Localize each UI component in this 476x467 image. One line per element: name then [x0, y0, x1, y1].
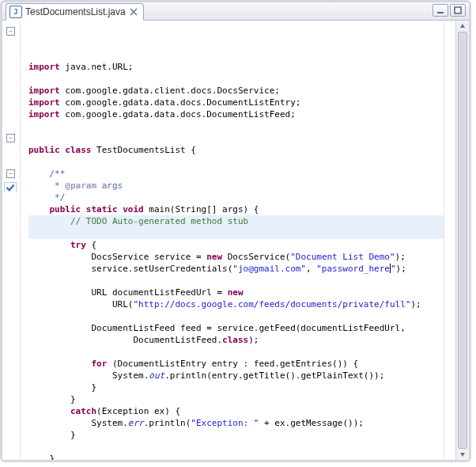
overview-ruler[interactable] — [444, 21, 455, 460]
fold-gutter[interactable] — [21, 21, 28, 460]
editor-window: J TestDocumentsList.java − − − import ja… — [0, 0, 471, 462]
java-file-icon: J — [9, 6, 22, 18]
code-editor[interactable]: import java.net.URL; import com.google.g… — [28, 21, 444, 460]
maximize-button[interactable] — [450, 4, 466, 17]
fold-toggle-icon[interactable]: − — [6, 134, 15, 142]
svg-rect-2 — [437, 12, 444, 13]
svg-marker-5 — [460, 24, 465, 28]
svg-rect-3 — [455, 7, 461, 13]
tab-filename: TestDocumentsList.java — [25, 6, 126, 17]
todo-marker-icon[interactable] — [4, 182, 17, 192]
fold-toggle-icon[interactable]: − — [6, 27, 15, 36]
svg-marker-6 — [460, 453, 465, 457]
minimize-button[interactable] — [433, 4, 448, 17]
editor-content: − − − import java.net.URL; import com.go… — [2, 21, 469, 460]
window-buttons — [433, 4, 466, 17]
fold-toggle-icon[interactable]: − — [6, 169, 15, 178]
scroll-down-icon[interactable] — [456, 449, 469, 460]
vertical-scrollbar[interactable] — [455, 21, 469, 460]
titlebar: J TestDocumentsList.java — [2, 2, 469, 21]
svg-rect-4 — [4, 182, 17, 193]
marker-gutter[interactable]: − − − — [2, 21, 21, 460]
close-tab-icon[interactable] — [129, 7, 138, 17]
scrollbar-thumb[interactable] — [458, 32, 467, 449]
scroll-up-icon[interactable] — [456, 21, 469, 32]
editor-tab[interactable]: J TestDocumentsList.java — [6, 3, 144, 21]
